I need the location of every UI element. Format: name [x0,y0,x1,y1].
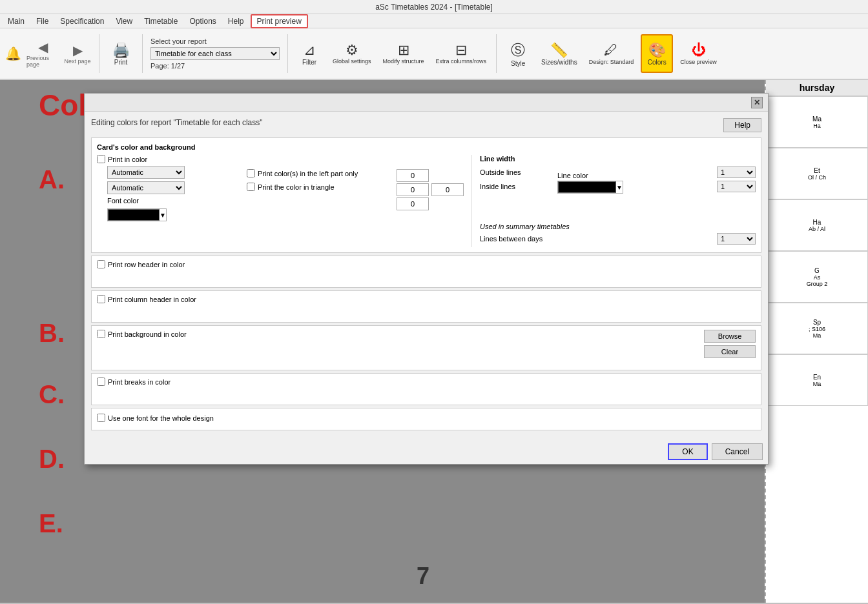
auto-select-1[interactable]: Automatic [107,166,185,179]
menu-item-view[interactable]: View [110,15,138,27]
print-button[interactable]: 🖨️ Print [105,34,137,73]
colors-button[interactable]: 🎨 Colors [641,34,673,73]
modify-structure-button[interactable]: ⊞ Modify structure [378,34,429,73]
title-bar: aSc Timetables 2024 - [Timetable] [0,0,868,14]
days-select[interactable]: 1 23 [717,233,756,245]
ok-button[interactable]: OK [668,443,707,460]
filter-button[interactable]: ⊿ Filter [293,34,326,73]
background-label: Print background in color [108,330,187,338]
dialog-close-button[interactable]: ✕ [751,97,763,108]
separator-1 [99,34,99,73]
left-part-only-checkbox[interactable] [247,169,255,177]
font-color-swatch[interactable]: ▼ [107,208,167,221]
row-header-check-row: Print row header in color [97,260,756,268]
deco-C-label: C. [39,380,65,409]
line-color-swatch[interactable]: ▼ [557,181,623,194]
row-header-section: Print row header in color [91,256,761,288]
print-in-color-row: Print in color [97,155,239,163]
style-icon: Ⓢ [511,41,525,60]
modify-structure-label: Modify structure [383,59,424,65]
close-preview-button[interactable]: ⏻ Close preview [676,34,721,73]
line-color-area: Line color ▼ [557,172,833,194]
line-width-content: Line width Outside lines 1 23 Inside lin… [480,155,756,245]
next-page-button[interactable]: ▶ Next page [61,36,94,72]
menu-item-main[interactable]: Main [3,15,30,27]
dialog-footer: OK Cancel [85,439,768,464]
tt-cell-3: Ha Ab / Al [766,199,868,251]
report-selector-label: Select your report [150,37,280,45]
one-font-checkbox[interactable] [97,414,105,422]
colors-icon: 🎨 [648,42,666,59]
left-part-only-row: Print color(s) in the left part only [247,169,389,177]
next-page-label: Next page [64,58,90,65]
color-num-1[interactable]: 0 [397,169,429,182]
filter-icon: ⊿ [304,42,315,59]
design-button[interactable]: 🖊 Design: Standard [584,34,639,73]
col-header-checkbox[interactable] [97,295,105,303]
menu-item-print-preview[interactable]: Print preview [251,14,308,28]
print-triangle-label: Print the color in triangle [258,183,335,191]
days-row: Lines between days 1 23 [480,233,756,245]
style-button[interactable]: Ⓢ Style [502,34,534,73]
extra-columns-label: Extra columns/rows [436,59,487,65]
deco-E-label: E. [39,509,63,538]
report-select[interactable]: Timetable for each class [150,47,280,60]
timetable-partial: hursday Ma Ha Et Ol / Ch Ha Ab / Al G As… [765,80,868,603]
dialog-titlebar: ✕ [85,94,768,112]
report-dropdown: Timetable for each class [150,47,280,60]
tt-thursday: hursday [766,80,868,96]
cancel-button[interactable]: Cancel [712,443,763,460]
extra-columns-button[interactable]: ⊟ Extra columns/rows [431,34,491,73]
extra-columns-icon: ⊟ [455,42,467,59]
print-in-color-checkbox[interactable] [97,155,105,163]
clear-button[interactable]: Clear [704,345,756,358]
left-arrow-icon: ◀ [38,39,48,55]
breaks-checkbox[interactable] [97,378,105,386]
bell-icon: 🔔 [5,46,21,61]
font-check-row: Use one font for the whole design [97,414,756,422]
report-selector: Select your report Timetable for each cl… [150,37,280,70]
design-icon: 🖊 [604,42,618,59]
print-triangle-checkbox[interactable] [247,183,255,191]
card-section-inner: Print in color Automatic Automatic Font … [97,155,756,247]
color-num-4[interactable]: 0 [397,197,429,210]
background-checkbox[interactable] [97,330,105,338]
toolbar: 🔔 ◀ Previous page ▶ Next page 🖨️ Print S… [0,28,868,80]
line-width-title: Line width [480,155,756,163]
menu-item-timetable[interactable]: Timetable [139,15,183,27]
breaks-label: Print breaks in color [108,378,170,386]
color-input-row-1: 0 [397,169,464,182]
tt-cell-5: Sp ; S106 Ma [766,303,868,354]
separator-3 [287,34,288,73]
row-header-checkbox[interactable] [97,260,105,268]
background-section: Print background in color Browse Clear [91,325,761,370]
menu-item-file[interactable]: File [31,15,54,27]
previous-page-button[interactable]: ◀ Previous page [26,36,59,72]
color-input-row-2: 0 0 [397,183,464,196]
color-num-2[interactable]: 0 [397,183,429,196]
global-settings-button[interactable]: ⚙ Global settings [328,34,376,73]
separator-2 [142,34,143,73]
page-number: 7 [417,563,429,590]
browse-button[interactable]: Browse [704,330,756,343]
auto-select-2[interactable]: Automatic [107,181,185,194]
global-settings-label: Global settings [333,59,371,65]
card-section-title: Card's color and background [97,143,756,151]
design-label: Design: Standard [589,59,634,65]
color-num-3[interactable]: 0 [431,183,464,196]
close-preview-label: Close preview [680,59,717,65]
line-color-box [558,181,616,193]
menu-item-help[interactable]: Help [223,15,249,27]
help-button[interactable]: Help [723,118,761,132]
summary-title: Used in summary timetables [480,223,756,230]
card-color-inputs: 0 0 0 0 [397,155,464,247]
breaks-section: Print breaks in color [91,373,761,405]
menu-bar: Main File Specification View Timetable O… [0,14,868,28]
col-header-check-row: Print column header in color [97,295,756,303]
menu-item-options[interactable]: Options [184,15,221,27]
page-info: Page: 1/27 [150,62,280,70]
dialog-header-row: Editing colors for report "Timetable for… [91,118,761,132]
menu-item-specification[interactable]: Specification [55,15,109,27]
color-settings-dialog: ✕ Editing colors for report "Timetable f… [84,93,769,465]
sizes-widths-button[interactable]: 📏 Sizes/widths [537,34,582,73]
